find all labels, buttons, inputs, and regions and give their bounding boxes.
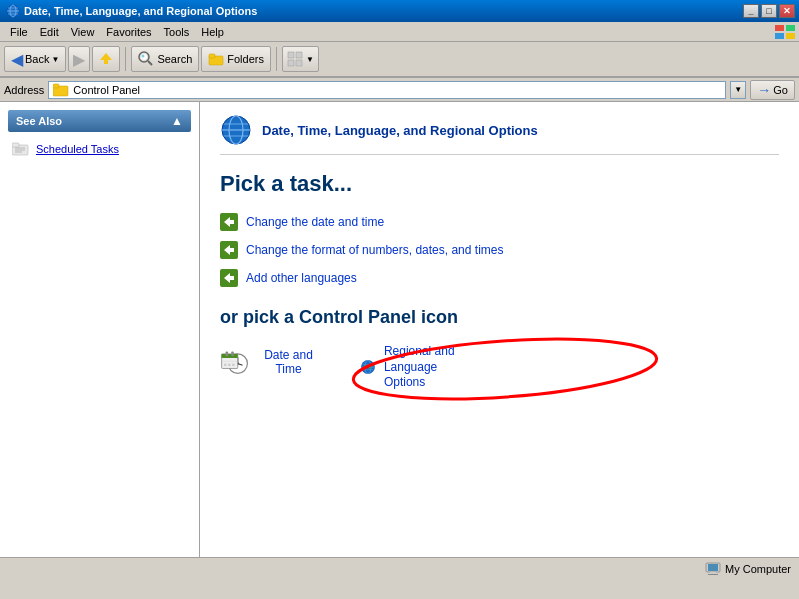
task-label-1: Change the date and time bbox=[246, 215, 384, 229]
icon-item-datetime[interactable]: Date and Time bbox=[220, 344, 320, 380]
svg-point-57 bbox=[368, 367, 371, 369]
task-item-languages[interactable]: Add other languages bbox=[220, 269, 779, 287]
menu-bar: File Edit View Favorites Tools Help bbox=[0, 22, 799, 42]
task-label-3: Add other languages bbox=[246, 271, 357, 285]
address-input[interactable]: Control Panel bbox=[48, 81, 726, 99]
svg-rect-22 bbox=[53, 84, 59, 88]
go-button[interactable]: → Go bbox=[750, 80, 795, 100]
my-computer-status: My Computer bbox=[705, 562, 791, 576]
windows-logo bbox=[775, 25, 795, 39]
go-arrow-icon: → bbox=[757, 82, 771, 98]
back-dropdown-icon: ▼ bbox=[51, 55, 59, 64]
menu-help[interactable]: Help bbox=[195, 24, 230, 40]
svg-rect-20 bbox=[296, 60, 302, 66]
svg-rect-50 bbox=[232, 364, 234, 366]
svg-line-13 bbox=[148, 61, 152, 65]
address-folder-icon bbox=[53, 83, 69, 97]
title-icon bbox=[6, 4, 20, 18]
icon-item-regional-wrapper: Regional and Language Options bbox=[360, 344, 460, 391]
svg-rect-49 bbox=[228, 364, 230, 366]
back-arrow-icon: ◀ bbox=[11, 50, 23, 69]
svg-point-14 bbox=[142, 55, 145, 58]
title-text: Date, Time, Language, and Regional Optio… bbox=[24, 5, 257, 17]
task-label-2: Change the format of numbers, dates, and… bbox=[246, 243, 503, 257]
datetime-icon bbox=[220, 344, 249, 380]
folders-label: Folders bbox=[227, 53, 264, 65]
folders-icon bbox=[208, 51, 224, 67]
scheduled-tasks-label: Scheduled Tasks bbox=[36, 143, 119, 155]
svg-rect-6 bbox=[786, 25, 795, 31]
view-button[interactable]: ▼ bbox=[282, 46, 319, 72]
folders-button[interactable]: Folders bbox=[201, 46, 271, 72]
content-area: Date, Time, Language, and Regional Optio… bbox=[200, 102, 799, 557]
my-computer-label: My Computer bbox=[725, 563, 791, 575]
forward-button[interactable]: ▶ bbox=[68, 46, 90, 72]
title-bar-left: Date, Time, Language, and Regional Optio… bbox=[6, 4, 257, 18]
sidebar: See Also ▲ Scheduled Tasks bbox=[0, 102, 200, 557]
svg-rect-45 bbox=[226, 352, 228, 357]
sidebar-item-scheduled-tasks[interactable]: Scheduled Tasks bbox=[8, 138, 191, 160]
task-arrow-icon-1 bbox=[220, 213, 238, 231]
svg-point-56 bbox=[364, 365, 368, 368]
see-also-label: See Also bbox=[16, 115, 62, 127]
minimize-button[interactable]: _ bbox=[743, 4, 759, 18]
task-arrow-icon-2 bbox=[220, 241, 238, 259]
search-button[interactable]: Search bbox=[131, 46, 199, 72]
status-bar: My Computer bbox=[0, 557, 799, 579]
svg-rect-62 bbox=[708, 574, 718, 575]
pick-task-heading: Pick a task... bbox=[220, 171, 779, 197]
svg-rect-18 bbox=[296, 52, 302, 58]
view-dropdown-icon: ▼ bbox=[306, 55, 314, 64]
toolbar-separator-1 bbox=[125, 47, 126, 71]
regional-label: Regional and Language Options bbox=[384, 344, 460, 391]
svg-rect-19 bbox=[288, 60, 294, 66]
svg-rect-7 bbox=[775, 33, 784, 39]
regional-icon bbox=[360, 349, 376, 385]
menu-view[interactable]: View bbox=[65, 24, 101, 40]
icon-item-datetime-inner: Date and Time bbox=[220, 344, 320, 380]
svg-rect-46 bbox=[231, 352, 233, 357]
task-arrow-icon-3 bbox=[220, 269, 238, 287]
svg-rect-5 bbox=[775, 25, 784, 31]
svg-rect-17 bbox=[288, 52, 294, 58]
back-label: Back bbox=[25, 53, 49, 65]
search-label: Search bbox=[157, 53, 192, 65]
icon-item-regional[interactable]: Regional and Language Options bbox=[360, 344, 460, 391]
svg-rect-44 bbox=[222, 354, 238, 358]
address-dropdown-button[interactable]: ▼ bbox=[730, 81, 746, 99]
menu-favorites[interactable]: Favorites bbox=[100, 24, 157, 40]
title-bar: Date, Time, Language, and Regional Optio… bbox=[0, 0, 799, 22]
svg-rect-48 bbox=[224, 364, 226, 366]
up-button[interactable] bbox=[92, 46, 120, 72]
my-computer-icon bbox=[705, 562, 721, 576]
toolbar: ◀ Back ▼ ▶ Search Folders bbox=[0, 42, 799, 78]
search-icon bbox=[138, 51, 154, 67]
icon-grid: Date and Time bbox=[220, 344, 779, 391]
forward-arrow-icon: ▶ bbox=[73, 50, 85, 69]
content-header: Date, Time, Language, and Regional Optio… bbox=[220, 114, 779, 155]
svg-rect-61 bbox=[710, 572, 716, 574]
back-button[interactable]: ◀ Back ▼ bbox=[4, 46, 66, 72]
svg-marker-10 bbox=[100, 53, 112, 60]
svg-rect-16 bbox=[209, 54, 215, 58]
address-value: Control Panel bbox=[73, 84, 140, 96]
task-item-date-time[interactable]: Change the date and time bbox=[220, 213, 779, 231]
datetime-label: Date and Time bbox=[257, 348, 320, 376]
view-icon bbox=[287, 51, 303, 67]
menu-edit[interactable]: Edit bbox=[34, 24, 65, 40]
svg-rect-60 bbox=[708, 564, 718, 571]
title-buttons: _ □ ✕ bbox=[743, 4, 795, 18]
maximize-button[interactable]: □ bbox=[761, 4, 777, 18]
address-label: Address bbox=[4, 84, 44, 96]
task-item-format[interactable]: Change the format of numbers, dates, and… bbox=[220, 241, 779, 259]
menu-tools[interactable]: Tools bbox=[158, 24, 196, 40]
close-button[interactable]: ✕ bbox=[779, 4, 795, 18]
menu-file[interactable]: File bbox=[4, 24, 34, 40]
svg-rect-8 bbox=[786, 33, 795, 39]
main-layout: See Also ▲ Scheduled Tasks bbox=[0, 102, 799, 557]
toolbar-separator-2 bbox=[276, 47, 277, 71]
pick-icon-heading: or pick a Control Panel icon bbox=[220, 307, 779, 328]
content-header-icon bbox=[220, 114, 252, 146]
content-header-title: Date, Time, Language, and Regional Optio… bbox=[262, 123, 538, 138]
see-also-header[interactable]: See Also ▲ bbox=[8, 110, 191, 132]
